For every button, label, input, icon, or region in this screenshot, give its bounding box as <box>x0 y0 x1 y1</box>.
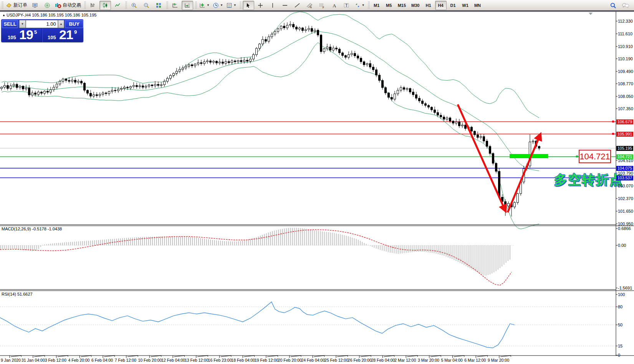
candle-body <box>59 81 61 84</box>
candle-body <box>415 95 417 98</box>
candle-body <box>505 202 507 206</box>
candle-body <box>406 88 408 89</box>
rsi-label: RSI(14) 51.6627 <box>2 292 33 296</box>
candle-body <box>280 26 282 29</box>
price-axis-label: 15 <box>618 344 622 348</box>
candle-body <box>508 204 510 206</box>
candle-body <box>351 53 353 55</box>
cn-annotation-text[interactable]: 多空转折点 <box>554 171 623 189</box>
volume-increase-button[interactable]: ▲ <box>58 20 65 28</box>
price-axis-label: 109.490 <box>618 69 633 74</box>
candle-body <box>87 90 89 93</box>
candle-body <box>74 80 76 83</box>
candle-body <box>154 84 156 86</box>
candle-body <box>164 81 166 85</box>
sell-button[interactable]: SELL <box>2 20 18 28</box>
candle-body <box>161 85 162 86</box>
candle-body <box>336 48 338 49</box>
candle-body <box>145 86 147 87</box>
time-axis-label: 9 Mar 20:00 <box>488 358 509 362</box>
sell-price-big: 19 <box>19 27 33 42</box>
candle-body <box>296 27 298 29</box>
candle-body <box>13 84 15 86</box>
candle-body <box>409 88 411 92</box>
candle-body <box>274 31 276 34</box>
candle-body <box>7 86 9 89</box>
buy-button[interactable]: BUY <box>65 20 83 28</box>
price-marker-red: 106.679 <box>616 119 633 124</box>
candle-body <box>428 105 430 107</box>
candle-body <box>219 62 221 63</box>
candle-body <box>354 53 356 56</box>
candle-body <box>108 91 110 94</box>
candle-body <box>311 28 313 31</box>
candle-body <box>50 90 52 92</box>
price-axis-label: -1.5691 <box>618 286 632 290</box>
candle-body <box>345 56 347 58</box>
candle-body <box>47 91 49 92</box>
candle-body <box>114 90 116 91</box>
candle-body <box>176 71 178 73</box>
price-marker-green: 104.721 <box>616 154 633 159</box>
collapse-chevron-icon[interactable] <box>589 13 593 15</box>
volume-decrease-button[interactable]: ▼ <box>19 20 26 28</box>
candle-body <box>495 163 497 171</box>
candle-body <box>422 101 424 104</box>
sell-price[interactable]: 105 19 5 <box>1 28 42 42</box>
pivot-highlight-bar[interactable] <box>510 154 548 158</box>
candle-body <box>96 95 98 96</box>
candle-body <box>480 137 482 137</box>
candle-body <box>397 90 399 94</box>
buy-price[interactable]: 105 21 9 <box>42 28 83 42</box>
candle-body <box>151 85 153 86</box>
candle-body <box>465 125 467 129</box>
candle-body <box>372 67 374 70</box>
candle-body <box>265 40 267 41</box>
candle-body <box>93 95 95 96</box>
candle-body <box>477 135 479 137</box>
candle-body <box>357 56 359 58</box>
buy-price-prefix: 105 <box>48 35 56 40</box>
line-handle <box>612 121 614 122</box>
candle-body <box>216 61 218 63</box>
candle-body <box>234 61 236 61</box>
down-trend-arrow[interactable] <box>458 104 505 211</box>
candle-body <box>213 61 215 62</box>
chart-canvas[interactable] <box>0 0 634 364</box>
candle-body <box>388 93 390 98</box>
price-axis-label: 100 <box>618 292 625 297</box>
time-axis-label: 10 Feb 20:00 <box>138 358 162 362</box>
time-axis-label: 31 Jan 04:00 <box>22 358 45 362</box>
candle-body <box>78 81 79 82</box>
macd-label: MACD(12,26,9) -0.5178 -1.0438 <box>2 227 62 231</box>
mt4-terminal: 新订单自动交易▼▼▼EFAT▼M1M5M15M30H1H4D1W1MN ▲ US… <box>0 0 634 364</box>
price-axis-label: 100.950 <box>618 222 633 226</box>
volume-input[interactable] <box>26 20 58 28</box>
candle-body <box>250 59 252 61</box>
price-axis-label: 80 <box>618 304 622 309</box>
symbol-collapse-triangle[interactable]: ▲ <box>2 13 5 17</box>
candle-body <box>419 98 420 101</box>
price-axis-label: 101.650 <box>618 209 633 213</box>
candle-body <box>326 47 328 49</box>
time-axis-label: 4 Feb 20:00 <box>68 358 89 362</box>
time-axis-label: 6 Feb 04:00 <box>91 358 113 362</box>
up-trend-arrow[interactable] <box>508 134 540 212</box>
candle-body <box>459 122 460 126</box>
pivot-price-callout[interactable]: 104.721 <box>579 150 611 163</box>
candle-body <box>394 94 396 99</box>
price-axis-label: 110.190 <box>618 56 633 61</box>
candle-body <box>4 86 6 88</box>
price-marker-blue: 103.537 <box>616 175 633 180</box>
time-axis-label: 3 Mar 20:00 <box>418 358 439 362</box>
time-axis-label: 6 Mar 12:00 <box>464 358 486 362</box>
candle-body <box>102 93 104 94</box>
candle-body <box>376 70 377 75</box>
candle-body <box>489 146 491 154</box>
buy-price-sup: 9 <box>74 29 77 35</box>
candle-body <box>385 88 387 93</box>
time-axis-label: 7 Feb 12:00 <box>115 358 136 362</box>
candle-body <box>253 55 255 59</box>
candle-body <box>277 29 279 31</box>
candle-body <box>121 88 122 89</box>
